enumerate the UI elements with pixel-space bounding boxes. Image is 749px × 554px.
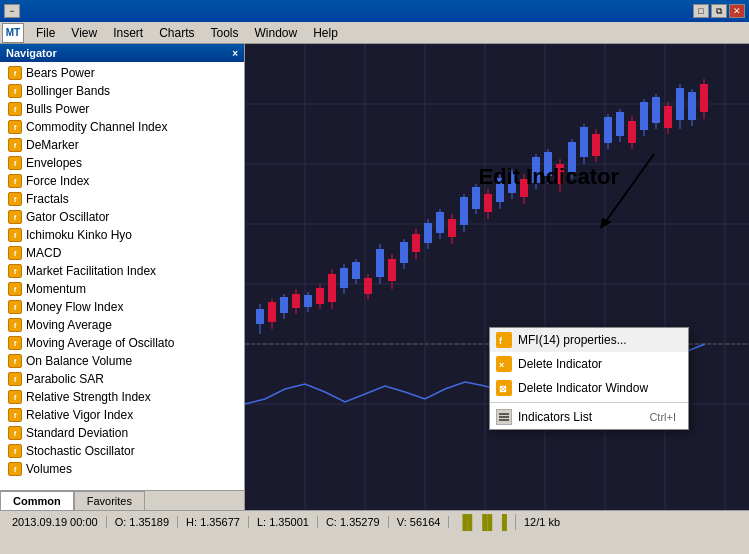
status-bar: 2013.09.19 00:00 O: 1.35189 H: 1.35677 L… [0, 510, 749, 532]
nav-item-label: Moving Average of Oscillato [26, 336, 175, 350]
status-filesize: 12/1 kb [516, 516, 568, 528]
svg-rect-81 [640, 102, 648, 130]
nav-item[interactable]: fParabolic SAR [0, 370, 244, 388]
svg-rect-77 [616, 112, 624, 136]
nav-item[interactable]: fBears Power [0, 64, 244, 82]
nav-item-icon: f [8, 66, 22, 80]
context-menu-delete-indicator[interactable]: × Delete Indicator [490, 352, 688, 376]
edit-indicator-label: Edit Indicator [478, 164, 619, 190]
nav-item[interactable]: fMomentum [0, 280, 244, 298]
nav-item-label: DeMarker [26, 138, 79, 152]
svg-rect-19 [268, 302, 276, 322]
nav-item-label: Fractals [26, 192, 69, 206]
nav-item[interactable]: fRelative Vigor Index [0, 406, 244, 424]
nav-item[interactable]: fFractals [0, 190, 244, 208]
svg-rect-41 [400, 242, 408, 263]
nav-item[interactable]: fGator Oscillator [0, 208, 244, 226]
context-menu-indicators-list[interactable]: Indicators List Ctrl+I [490, 405, 688, 429]
nav-item[interactable]: fDeMarker [0, 136, 244, 154]
nav-item-label: Volumes [26, 462, 72, 476]
svg-rect-49 [448, 219, 456, 237]
context-menu-delete-window[interactable]: ⊠ Delete Indicator Window [490, 376, 688, 400]
nav-item[interactable]: fStochastic Oscillator [0, 442, 244, 460]
context-delete-window-label: Delete Indicator Window [518, 381, 648, 395]
navigator-close-button[interactable]: × [232, 48, 238, 59]
nav-item-icon: f [8, 426, 22, 440]
properties-icon: f [496, 332, 512, 348]
nav-item[interactable]: fMarket Facilitation Index [0, 262, 244, 280]
maximize-button[interactable]: □ [693, 4, 709, 18]
svg-rect-33 [352, 262, 360, 279]
menu-tools[interactable]: Tools [203, 24, 247, 42]
minimize-button[interactable]: − [4, 4, 20, 18]
navigator-panel: Navigator × fBears PowerfBollinger Bands… [0, 44, 245, 510]
nav-item[interactable]: fForce Index [0, 172, 244, 190]
menu-charts[interactable]: Charts [151, 24, 202, 42]
nav-item[interactable]: fEnvelopes [0, 154, 244, 172]
svg-rect-27 [316, 288, 324, 304]
nav-item-icon: f [8, 444, 22, 458]
context-menu-properties[interactable]: f MFI(14) properties... [490, 328, 688, 352]
nav-item[interactable]: fCommodity Channel Index [0, 118, 244, 136]
svg-rect-85 [664, 106, 672, 128]
nav-item[interactable]: fIchimoku Kinko Hyo [0, 226, 244, 244]
nav-item-label: Bears Power [26, 66, 95, 80]
svg-rect-89 [688, 92, 696, 120]
status-volume: V: 56164 [389, 516, 450, 528]
arrow-annotation [574, 144, 694, 244]
nav-item-icon: f [8, 462, 22, 476]
delete-indicator-icon: × [496, 356, 512, 372]
menu-help[interactable]: Help [305, 24, 346, 42]
menu-file[interactable]: File [28, 24, 63, 42]
nav-item-icon: f [8, 318, 22, 332]
svg-rect-39 [388, 259, 396, 281]
nav-item-icon: f [8, 138, 22, 152]
nav-item[interactable]: fVolumes [0, 460, 244, 478]
nav-item-icon: f [8, 372, 22, 386]
chart-canvas: Edit Indicator f MFI(14) properties... [245, 44, 749, 510]
status-datetime: 2013.09.19 00:00 [4, 516, 107, 528]
nav-item-label: Commodity Channel Index [26, 120, 167, 134]
nav-item-icon: f [8, 228, 22, 242]
status-high: H: 1.35677 [178, 516, 249, 528]
svg-rect-75 [604, 117, 612, 143]
nav-item-label: Standard Deviation [26, 426, 128, 440]
nav-item-icon: f [8, 408, 22, 422]
close-button[interactable]: ✕ [729, 4, 745, 18]
svg-rect-51 [460, 197, 468, 225]
restore-button[interactable]: ⧉ [711, 4, 727, 18]
menu-view[interactable]: View [63, 24, 105, 42]
svg-rect-53 [472, 187, 480, 209]
nav-item-label: On Balance Volume [26, 354, 132, 368]
svg-rect-43 [412, 234, 420, 252]
tab-common[interactable]: Common [0, 491, 74, 510]
chart-area[interactable]: Edit Indicator f MFI(14) properties... [245, 44, 749, 510]
nav-item[interactable]: fRelative Strength Index [0, 388, 244, 406]
menu-window[interactable]: Window [247, 24, 306, 42]
tab-favorites[interactable]: Favorites [74, 491, 145, 510]
svg-rect-0 [245, 44, 749, 510]
nav-item-icon: f [8, 174, 22, 188]
nav-item[interactable]: fMACD [0, 244, 244, 262]
nav-item[interactable]: fBollinger Bands [0, 82, 244, 100]
nav-item[interactable]: fMoving Average [0, 316, 244, 334]
context-delete-label: Delete Indicator [518, 357, 602, 371]
nav-item[interactable]: fMoney Flow Index [0, 298, 244, 316]
nav-item-label: Bulls Power [26, 102, 89, 116]
svg-rect-35 [364, 278, 372, 294]
nav-item[interactable]: fStandard Deviation [0, 424, 244, 442]
nav-item-icon: f [8, 300, 22, 314]
status-bars-icon: ▐▌▐▌▐ [449, 514, 516, 530]
svg-marker-93 [600, 218, 612, 229]
nav-item-label: Moving Average [26, 318, 112, 332]
svg-rect-47 [436, 212, 444, 233]
nav-item-icon: f [8, 120, 22, 134]
nav-item[interactable]: fMoving Average of Oscillato [0, 334, 244, 352]
svg-rect-45 [424, 223, 432, 243]
nav-item-label: Stochastic Oscillator [26, 444, 135, 458]
menu-insert[interactable]: Insert [105, 24, 151, 42]
nav-item[interactable]: fOn Balance Volume [0, 352, 244, 370]
svg-text:×: × [499, 360, 504, 370]
nav-item[interactable]: fBulls Power [0, 100, 244, 118]
nav-item-label: Ichimoku Kinko Hyo [26, 228, 132, 242]
